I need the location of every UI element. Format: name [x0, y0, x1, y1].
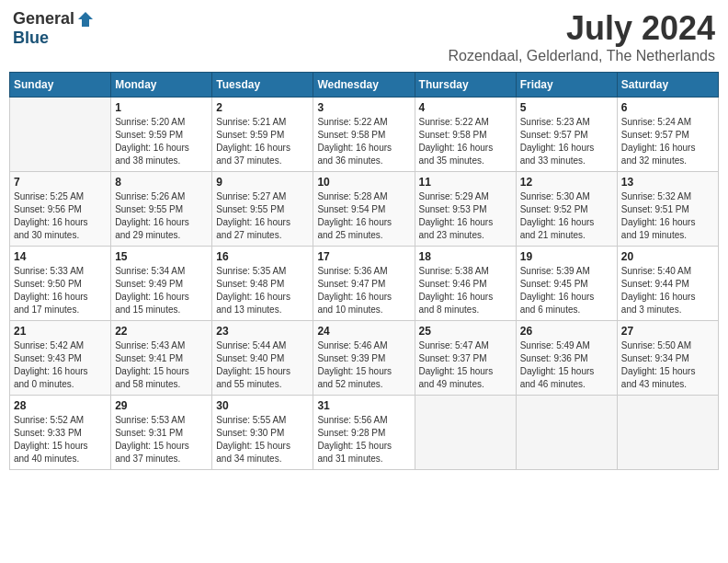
day-cell: 30Sunrise: 5:55 AM Sunset: 9:30 PM Dayli… [212, 396, 313, 470]
day-number: 2 [216, 101, 309, 114]
day-info: Sunrise: 5:49 AM Sunset: 9:36 PM Dayligh… [520, 339, 613, 391]
week-row-2: 7Sunrise: 5:25 AM Sunset: 9:56 PM Daylig… [10, 172, 719, 247]
day-cell: 5Sunrise: 5:23 AM Sunset: 9:57 PM Daylig… [516, 98, 617, 172]
day-number: 28 [14, 399, 107, 412]
day-cell: 16Sunrise: 5:35 AM Sunset: 9:48 PM Dayli… [212, 247, 313, 321]
logo-blue: Blue [13, 29, 49, 48]
day-cell: 9Sunrise: 5:27 AM Sunset: 9:55 PM Daylig… [212, 172, 313, 247]
day-cell: 18Sunrise: 5:38 AM Sunset: 9:46 PM Dayli… [415, 247, 516, 321]
day-number: 14 [14, 250, 107, 263]
day-cell: 13Sunrise: 5:32 AM Sunset: 9:51 PM Dayli… [617, 172, 718, 247]
logo: General Blue [13, 9, 95, 48]
day-cell: 27Sunrise: 5:50 AM Sunset: 9:34 PM Dayli… [617, 321, 718, 396]
day-cell [10, 98, 111, 172]
day-info: Sunrise: 5:20 AM Sunset: 9:59 PM Dayligh… [115, 116, 208, 167]
week-row-3: 14Sunrise: 5:33 AM Sunset: 9:50 PM Dayli… [10, 247, 719, 321]
day-number: 25 [419, 325, 512, 338]
day-number: 29 [115, 399, 208, 412]
col-header-monday: Monday [111, 73, 212, 98]
day-number: 18 [419, 250, 512, 263]
day-number: 12 [520, 176, 613, 189]
day-info: Sunrise: 5:55 AM Sunset: 9:30 PM Dayligh… [216, 414, 309, 465]
day-number: 23 [216, 325, 309, 338]
day-cell [415, 396, 516, 470]
day-cell: 19Sunrise: 5:39 AM Sunset: 9:45 PM Dayli… [516, 247, 617, 321]
logo-icon [76, 10, 95, 29]
col-header-wednesday: Wednesday [313, 73, 415, 98]
day-info: Sunrise: 5:22 AM Sunset: 9:58 PM Dayligh… [317, 116, 410, 167]
day-info: Sunrise: 5:33 AM Sunset: 9:50 PM Dayligh… [14, 265, 107, 316]
day-info: Sunrise: 5:28 AM Sunset: 9:54 PM Dayligh… [317, 190, 410, 242]
day-info: Sunrise: 5:56 AM Sunset: 9:28 PM Dayligh… [317, 414, 410, 465]
day-cell: 4Sunrise: 5:22 AM Sunset: 9:58 PM Daylig… [415, 98, 516, 172]
day-info: Sunrise: 5:40 AM Sunset: 9:44 PM Dayligh… [621, 265, 714, 316]
day-info: Sunrise: 5:23 AM Sunset: 9:57 PM Dayligh… [520, 116, 613, 167]
day-number: 16 [216, 250, 309, 263]
day-cell: 29Sunrise: 5:53 AM Sunset: 9:31 PM Dayli… [111, 396, 212, 470]
day-cell: 14Sunrise: 5:33 AM Sunset: 9:50 PM Dayli… [10, 247, 111, 321]
day-cell [516, 396, 617, 470]
day-info: Sunrise: 5:36 AM Sunset: 9:47 PM Dayligh… [317, 265, 410, 316]
day-number: 31 [317, 399, 410, 412]
day-info: Sunrise: 5:25 AM Sunset: 9:56 PM Dayligh… [14, 190, 107, 242]
day-info: Sunrise: 5:43 AM Sunset: 9:41 PM Dayligh… [115, 339, 208, 391]
day-info: Sunrise: 5:52 AM Sunset: 9:33 PM Dayligh… [14, 414, 107, 465]
month-title: July 2024 [448, 9, 715, 48]
day-cell: 2Sunrise: 5:21 AM Sunset: 9:59 PM Daylig… [212, 98, 313, 172]
day-cell: 11Sunrise: 5:29 AM Sunset: 9:53 PM Dayli… [415, 172, 516, 247]
day-info: Sunrise: 5:35 AM Sunset: 9:48 PM Dayligh… [216, 265, 309, 316]
day-cell: 15Sunrise: 5:34 AM Sunset: 9:49 PM Dayli… [111, 247, 212, 321]
page-header: General Blue July 2024 Rozendaal, Gelder… [9, 9, 719, 64]
day-cell: 28Sunrise: 5:52 AM Sunset: 9:33 PM Dayli… [10, 396, 111, 470]
day-number: 17 [317, 250, 410, 263]
day-number: 15 [115, 250, 208, 263]
col-header-thursday: Thursday [415, 73, 516, 98]
day-number: 6 [621, 101, 714, 114]
day-cell: 17Sunrise: 5:36 AM Sunset: 9:47 PM Dayli… [313, 247, 415, 321]
title-section: July 2024 Rozendaal, Gelderland, The Net… [448, 9, 715, 64]
day-cell: 1Sunrise: 5:20 AM Sunset: 9:59 PM Daylig… [111, 98, 212, 172]
day-number: 22 [115, 325, 208, 338]
day-info: Sunrise: 5:34 AM Sunset: 9:49 PM Dayligh… [115, 265, 208, 316]
col-header-sunday: Sunday [10, 73, 111, 98]
day-info: Sunrise: 5:21 AM Sunset: 9:59 PM Dayligh… [216, 116, 309, 167]
day-number: 19 [520, 250, 613, 263]
day-cell: 22Sunrise: 5:43 AM Sunset: 9:41 PM Dayli… [111, 321, 212, 396]
day-info: Sunrise: 5:32 AM Sunset: 9:51 PM Dayligh… [621, 190, 714, 242]
day-number: 27 [621, 325, 714, 338]
day-cell: 6Sunrise: 5:24 AM Sunset: 9:57 PM Daylig… [617, 98, 718, 172]
day-cell: 26Sunrise: 5:49 AM Sunset: 9:36 PM Dayli… [516, 321, 617, 396]
day-number: 9 [216, 176, 309, 189]
day-number: 8 [115, 176, 208, 189]
day-cell: 23Sunrise: 5:44 AM Sunset: 9:40 PM Dayli… [212, 321, 313, 396]
day-cell: 20Sunrise: 5:40 AM Sunset: 9:44 PM Dayli… [617, 247, 718, 321]
day-number: 10 [317, 176, 410, 189]
day-info: Sunrise: 5:26 AM Sunset: 9:55 PM Dayligh… [115, 190, 208, 242]
day-cell: 12Sunrise: 5:30 AM Sunset: 9:52 PM Dayli… [516, 172, 617, 247]
day-info: Sunrise: 5:38 AM Sunset: 9:46 PM Dayligh… [419, 265, 512, 316]
day-info: Sunrise: 5:42 AM Sunset: 9:43 PM Dayligh… [14, 339, 107, 391]
day-cell: 8Sunrise: 5:26 AM Sunset: 9:55 PM Daylig… [111, 172, 212, 247]
day-info: Sunrise: 5:27 AM Sunset: 9:55 PM Dayligh… [216, 190, 309, 242]
day-cell: 25Sunrise: 5:47 AM Sunset: 9:37 PM Dayli… [415, 321, 516, 396]
day-number: 1 [115, 101, 208, 114]
day-info: Sunrise: 5:47 AM Sunset: 9:37 PM Dayligh… [419, 339, 512, 391]
logo-general: General [13, 9, 74, 29]
day-info: Sunrise: 5:50 AM Sunset: 9:34 PM Dayligh… [621, 339, 714, 391]
day-cell: 10Sunrise: 5:28 AM Sunset: 9:54 PM Dayli… [313, 172, 415, 247]
location: Rozendaal, Gelderland, The Netherlands [448, 48, 715, 64]
week-row-1: 1Sunrise: 5:20 AM Sunset: 9:59 PM Daylig… [10, 98, 719, 172]
col-header-tuesday: Tuesday [212, 73, 313, 98]
day-info: Sunrise: 5:53 AM Sunset: 9:31 PM Dayligh… [115, 414, 208, 465]
day-info: Sunrise: 5:39 AM Sunset: 9:45 PM Dayligh… [520, 265, 613, 316]
col-header-friday: Friday [516, 73, 617, 98]
day-number: 7 [14, 176, 107, 189]
day-cell: 3Sunrise: 5:22 AM Sunset: 9:58 PM Daylig… [313, 98, 415, 172]
day-info: Sunrise: 5:30 AM Sunset: 9:52 PM Dayligh… [520, 190, 613, 242]
day-number: 21 [14, 325, 107, 338]
week-row-4: 21Sunrise: 5:42 AM Sunset: 9:43 PM Dayli… [10, 321, 719, 396]
day-number: 3 [317, 101, 410, 114]
day-number: 11 [419, 176, 512, 189]
day-info: Sunrise: 5:44 AM Sunset: 9:40 PM Dayligh… [216, 339, 309, 391]
svg-marker-0 [78, 12, 93, 27]
